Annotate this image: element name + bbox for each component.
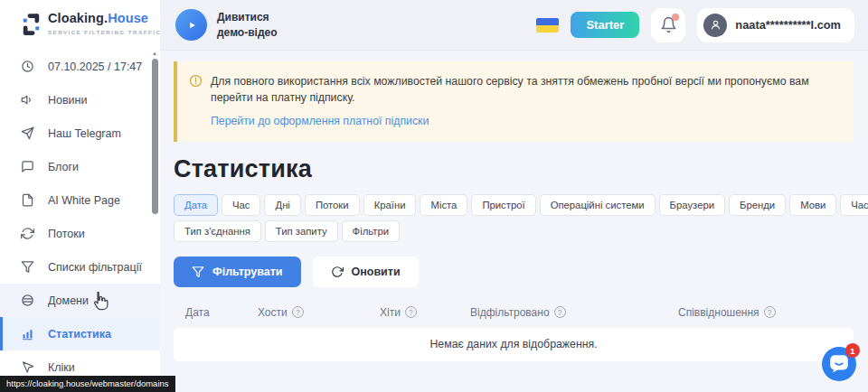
sidebar-item-telegram[interactable]: Наш Telegram [0, 117, 160, 150]
tab[interactable]: Бренди [729, 194, 786, 216]
topbar: Дивитися демо-відео Starter [160, 0, 868, 51]
main-area: Дивитися демо-відео Starter [160, 0, 868, 392]
column-header: Співвідношення? [678, 306, 854, 319]
column-header: Хіти? [380, 306, 470, 319]
help-icon[interactable]: ? [554, 306, 566, 318]
stat-tabs: ДатаЧасДніПотокиКраїниМістаПристроїОпера… [174, 194, 854, 242]
sidebar: Cloaking.House SERVICE FILTERING TRAFFIC… [0, 0, 160, 392]
funnel-icon [192, 266, 204, 278]
logo-icon [23, 13, 40, 36]
sidebar-item-datetime: 07.10.2025 / 17:47 [0, 50, 160, 83]
clock-icon [21, 60, 34, 73]
tab[interactable]: Операційні системи [540, 194, 656, 216]
browser-status-url: https://cloaking.house/webmaster/domains [0, 376, 175, 392]
sidebar-item-blogs[interactable]: Блоги [0, 150, 160, 183]
refresh-button[interactable]: Оновити [313, 257, 419, 287]
tab[interactable]: Дні [264, 194, 300, 216]
sidebar-item-label: 07.10.2025 / 17:47 [48, 61, 142, 73]
sidebar-item-label: AI White Page [48, 194, 120, 207]
banner-text: Для повного використання всіх можливосте… [211, 73, 840, 107]
sidebar-nav: 07.10.2025 / 17:47НовиниНаш TelegramБлог… [0, 50, 160, 384]
sidebar-item-label: Блоги [48, 161, 79, 173]
tab[interactable]: Тип запиту [265, 220, 338, 242]
play-icon [185, 19, 198, 32]
content: Для повного використання всіх можливосте… [160, 51, 868, 392]
empty-state: Немає даних для відображення. [174, 328, 854, 361]
sidebar-item-label: Списки фільтрації [48, 261, 142, 274]
sidebar-item-ai-white-page[interactable]: AI White Page [0, 183, 160, 217]
sidebar-item-filter-lists[interactable]: Списки фільтрації [0, 250, 160, 284]
sidebar-item-domains[interactable]: Домени [0, 284, 160, 317]
scroll-up-icon[interactable]: ▲ [152, 51, 157, 57]
tab[interactable]: Браузери [659, 194, 725, 216]
chat-unread-badge: 1 [845, 343, 860, 358]
sidebar-item-label: Потоки [48, 228, 85, 240]
paper-plane-icon [21, 126, 34, 140]
user-email: naata**********l.com [735, 18, 841, 32]
column-header: Дата [185, 306, 258, 319]
chat-button[interactable]: 1 [822, 347, 856, 381]
sidebar-item-statistics[interactable]: Статистика [0, 317, 160, 350]
brand-tagline: SERVICE FILTERING TRAFFIC [48, 29, 161, 35]
demo-video-label[interactable]: Дивитися демо-відео [217, 10, 278, 39]
sidebar-item-label: Новини [48, 94, 88, 107]
topbar-right: Starter naata**********l.com [536, 8, 854, 42]
sidebar-scrollbar[interactable]: ▲ ▼ [150, 51, 159, 389]
stats-table: ДатаХости?Хіти?Відфільтровано?Співвіднош… [174, 300, 854, 361]
logo: Cloaking.House SERVICE FILTERING TRAFFIC [0, 0, 160, 36]
warning-icon [189, 74, 203, 88]
refresh-icon [331, 266, 344, 278]
user-menu[interactable]: naata**********l.com [697, 8, 854, 42]
notifications-button[interactable] [651, 8, 685, 42]
subscription-link[interactable]: Перейти до оформлення платної підписки [211, 115, 429, 127]
tab[interactable]: Міста [420, 194, 467, 216]
table-header-row: ДатаХости?Хіти?Відфільтровано?Співвіднош… [174, 300, 854, 325]
help-icon[interactable]: ? [292, 306, 304, 318]
filter-button[interactable]: Фільтрувати [174, 257, 301, 287]
page-icon [21, 193, 34, 207]
globe-icon [21, 294, 34, 307]
avatar [703, 14, 727, 37]
column-header: Хости? [258, 306, 380, 319]
app-window: Cloaking.House SERVICE FILTERING TRAFFIC… [0, 0, 868, 392]
person-icon [710, 19, 722, 31]
brand-name: Cloaking.House [48, 12, 161, 26]
tab[interactable]: Часовий пояс [840, 194, 868, 216]
help-icon[interactable]: ? [405, 306, 417, 318]
column-header: Відфільтровано? [470, 306, 678, 319]
tab[interactable]: Час [222, 194, 260, 216]
ukraine-flag-icon[interactable] [536, 18, 559, 33]
plan-badge-button[interactable]: Starter [571, 12, 639, 38]
notification-dot [672, 14, 679, 21]
sidebar-item-label: Наш Telegram [48, 127, 121, 140]
trial-banner: Для повного використання всіх можливосте… [174, 61, 854, 142]
megaphone-icon [21, 93, 34, 107]
tab[interactable]: Тип з'єднання [174, 220, 261, 242]
tab[interactable]: Дата [174, 194, 218, 216]
sync-icon [21, 227, 34, 240]
chat-bubble-icon [21, 160, 34, 173]
actions-row: Фільтрувати Оновити [174, 257, 854, 287]
sidebar-item-label: Кліки [48, 361, 75, 374]
tab[interactable]: Мови [789, 194, 836, 216]
tab[interactable]: Пристрої [471, 194, 535, 216]
help-icon[interactable]: ? [764, 306, 776, 318]
cursor-icon [21, 360, 34, 374]
funnel-icon [21, 260, 34, 274]
sidebar-item-label: Домени [48, 294, 89, 307]
scrollbar-thumb[interactable] [152, 59, 158, 214]
page-title: Статистика [174, 155, 854, 183]
tab[interactable]: Фільтри [342, 220, 400, 242]
sidebar-item-news[interactable]: Новини [0, 83, 160, 117]
sidebar-item-label: Статистика [48, 328, 111, 341]
bar-chart-icon [21, 327, 34, 341]
sidebar-item-streams[interactable]: Потоки [0, 217, 160, 250]
tab[interactable]: Потоки [305, 194, 360, 216]
play-demo-button[interactable] [175, 9, 207, 41]
tab[interactable]: Країни [363, 194, 417, 216]
